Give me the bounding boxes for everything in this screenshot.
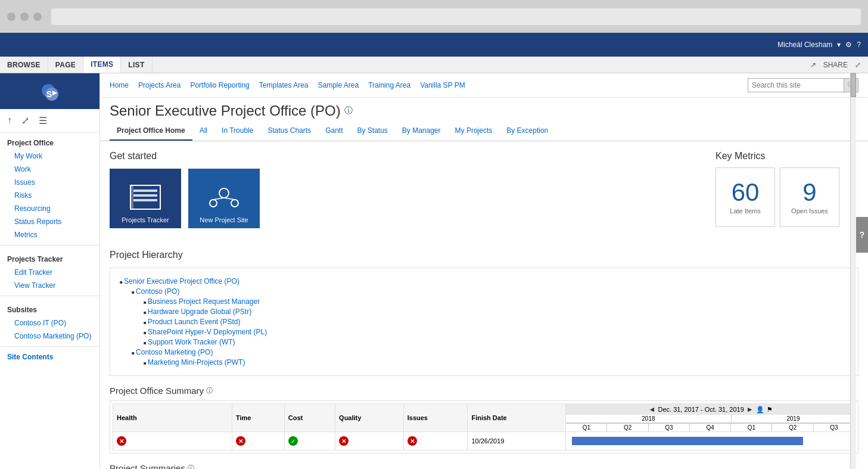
browser-dot-2 <box>20 13 29 21</box>
ribbon-tab-list[interactable]: LIST <box>121 57 152 73</box>
sub-nav-tab-by-status[interactable]: By Status <box>350 122 394 141</box>
sidebar-item-resourcing[interactable]: Resourcing <box>0 202 99 215</box>
sub-nav-tab-home[interactable]: Project Office Home <box>110 122 192 141</box>
hierarchy-item-1: Contoso (PO) <box>120 287 848 296</box>
top-nav-sample-area[interactable]: Sample Area <box>318 81 359 89</box>
upload-icon[interactable]: ↑ <box>7 115 12 126</box>
gantt-icon1[interactable]: 👤 <box>756 406 764 414</box>
gantt-icon2[interactable]: ⚑ <box>767 406 773 414</box>
top-nav-home[interactable]: Home <box>110 81 129 89</box>
top-nav-training-area[interactable]: Training Area <box>368 81 410 89</box>
project-summaries-label: Project Summaries <box>110 463 185 469</box>
card-new-project-site-label: New Project Site <box>188 216 260 223</box>
ribbon-tab-browse[interactable]: BROWSE <box>0 57 48 73</box>
hierarchy-link-1[interactable]: Contoso (PO) <box>136 287 179 296</box>
sidebar-section-project-office: Project Office <box>0 133 99 150</box>
ribbon-tab-page[interactable]: PAGE <box>48 57 83 73</box>
cell-cost: ✓ <box>284 432 335 451</box>
po-summary-data-row: ✕ ✕ ✓ ✕ ✕ <box>113 432 855 451</box>
help-icon[interactable]: ? <box>857 41 861 49</box>
hierarchy-item-6: Support Work Tracker (WT) <box>120 338 848 346</box>
project-office-summary-info-icon[interactable]: ⓘ <box>206 386 213 395</box>
page-info-icon[interactable]: ⓘ <box>344 105 353 116</box>
cell-health: ✕ <box>113 432 232 451</box>
hierarchy-link-8[interactable]: Marketing Mini-Projects (PWT) <box>148 358 245 366</box>
card-new-project-site[interactable]: New Project Site <box>188 169 260 228</box>
hierarchy-item-2: Business Project Request Manager <box>120 297 848 306</box>
gantt-nav-left[interactable]: ◄ <box>649 405 656 414</box>
hierarchy-link-4[interactable]: Product Launch Event (PStd) <box>148 318 240 326</box>
issues-status-x: ✕ <box>407 436 417 446</box>
sidebar-item-risks[interactable]: Risks <box>0 189 99 202</box>
sidebar-logo: S ▶ <box>0 73 99 109</box>
project-summaries-section: Project Summaries ⓘ ! ☐ P Health Time Co… <box>110 463 858 469</box>
quality-status-x: ✕ <box>339 436 349 446</box>
card-projects-tracker[interactable]: Projects Tracker <box>110 169 181 228</box>
sidebar-section-subsites: Subsites <box>0 300 99 316</box>
search-input[interactable] <box>748 81 844 89</box>
scrollbar-track[interactable] <box>850 73 856 469</box>
sidebar-item-view-tracker[interactable]: View Tracker <box>0 279 99 292</box>
col-issues: Issues <box>403 404 468 432</box>
browser-dot-1 <box>7 13 15 21</box>
gantt-range: Dec. 31, 2017 - Oct. 31, 2019 <box>658 406 743 413</box>
hierarchy-link-7[interactable]: Contoso Marketing (PO) <box>136 348 213 356</box>
sub-nav-tab-in-trouble[interactable]: In Trouble <box>214 122 260 141</box>
hierarchy-link-5[interactable]: SharePoint Hyper-V Deployment (PL) <box>148 328 267 336</box>
sidebar-item-contoso-marketing[interactable]: Contoso Marketing (PO) <box>0 330 99 343</box>
share-icon[interactable]: ↗ <box>810 61 816 69</box>
gantt-q1-2018: Q1 <box>566 424 607 431</box>
project-office-summary-label: Project Office Summary <box>110 386 204 396</box>
top-nav-projects-area[interactable]: Projects Area <box>138 81 181 89</box>
sidebar-item-status-reports[interactable]: Status Reports <box>0 215 99 228</box>
sub-nav-tab-all[interactable]: All <box>192 122 214 141</box>
metric-card-late-items: 60 Late Items <box>715 167 775 227</box>
sidebar-item-issues[interactable]: Issues <box>0 176 99 189</box>
svg-rect-7 <box>133 194 157 197</box>
top-nav-vanilla-sp-pm[interactable]: Vanilla SP PM <box>420 81 465 89</box>
sub-nav-tab-my-projects[interactable]: My Projects <box>448 122 500 141</box>
share-label[interactable]: SHARE <box>823 61 848 69</box>
move-icon[interactable]: ⤢ <box>21 115 29 126</box>
sub-nav-tab-gantt[interactable]: Gantt <box>318 122 350 141</box>
top-nav-templates-area[interactable]: Templates Area <box>259 81 309 89</box>
top-nav-portfolio-reporting[interactable]: Portfolio Reporting <box>190 81 249 89</box>
browser-address-bar[interactable] <box>51 8 861 25</box>
gantt-nav-right[interactable]: ► <box>746 405 754 414</box>
hierarchy-link-3[interactable]: Hardware Upgrade Global (PStr) <box>148 308 251 316</box>
help-button[interactable]: ? <box>856 217 868 253</box>
projects-tracker-icon <box>127 182 163 215</box>
hierarchy-box: Senior Executive Project Office (PO) Con… <box>110 268 858 376</box>
settings-icon[interactable]: ⚙ <box>845 41 852 49</box>
ribbon-tab-items[interactable]: ITEMS <box>83 57 121 73</box>
svg-rect-6 <box>133 190 157 192</box>
gantt-bar <box>572 437 803 445</box>
hierarchy-link-6[interactable]: Support Work Tracker (WT) <box>148 338 235 346</box>
sidebar-item-contoso-it[interactable]: Contoso IT (PO) <box>0 316 99 330</box>
sidebar-item-my-work[interactable]: My Work <box>0 150 99 163</box>
get-started-title: Get started <box>110 151 706 161</box>
project-summaries-info-icon[interactable]: ⓘ <box>188 464 194 469</box>
user-name: Micheál Clesham <box>777 41 832 49</box>
gantt-header: ◄ Dec. 31, 2017 - Oct. 31, 2019 ► 👤 ⚑ <box>566 404 855 415</box>
sidebar-item-edit-tracker[interactable]: Edit Tracker <box>0 266 99 279</box>
col-time: Time <box>232 404 285 432</box>
gantt-q2-2019: Q2 <box>772 424 813 431</box>
list-view-icon[interactable]: ☰ <box>39 115 47 126</box>
sidebar-item-metrics[interactable]: Metrics <box>0 228 99 241</box>
sidebar-divider-2 <box>0 296 99 296</box>
hierarchy-item-4: Product Launch Event (PStd) <box>120 318 848 326</box>
scrollbar-thumb[interactable] <box>851 73 856 97</box>
hierarchy-link-2[interactable]: Business Project Request Manager <box>148 297 260 306</box>
fullscreen-icon[interactable]: ⤢ <box>855 61 861 69</box>
page-content: Get started Projects Tracker <box>100 141 868 469</box>
sidebar-divider-3 <box>0 346 99 347</box>
sub-nav-tab-by-manager[interactable]: By Manager <box>395 122 448 141</box>
sub-nav-tab-by-exception[interactable]: By Exception <box>499 122 555 141</box>
hierarchy-link-0[interactable]: Senior Executive Project Office (PO) <box>124 277 239 285</box>
hierarchy-item-3: Hardware Upgrade Global (PStr) <box>120 308 848 316</box>
sidebar-item-work[interactable]: Work <box>0 163 99 176</box>
user-chevron-icon[interactable]: ▾ <box>837 41 841 49</box>
sidebar-item-site-contents[interactable]: Site Contents <box>0 350 99 364</box>
sub-nav-tab-status-charts[interactable]: Status Charts <box>260 122 318 141</box>
